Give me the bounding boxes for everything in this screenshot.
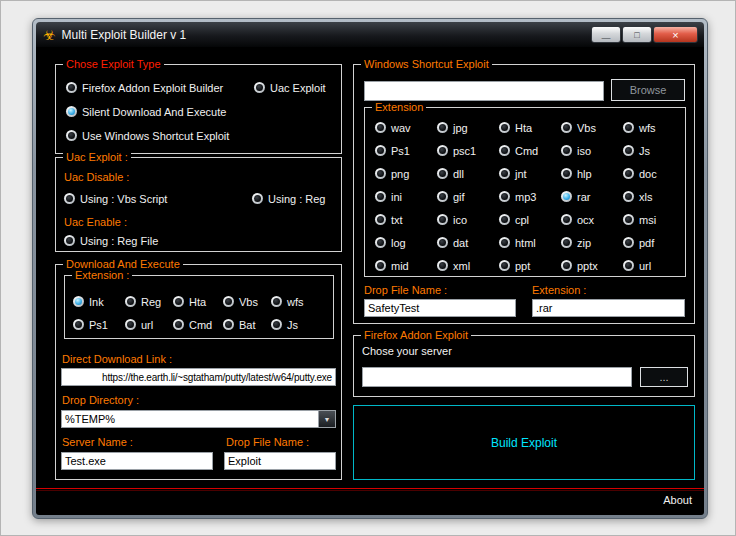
firefox-addon-exploit-group: Firefox Addon Exploit Chose your server … (353, 335, 695, 397)
radio-label: Bat (239, 319, 256, 331)
extension-radio[interactable]: log (375, 236, 437, 249)
radio-label: Cmd (189, 319, 212, 331)
extension-radio[interactable]: ppt (499, 259, 561, 272)
radio-icon (561, 122, 572, 133)
extension-radio[interactable]: msi (623, 213, 685, 226)
radio-icon (125, 319, 136, 330)
extension-radio[interactable]: wav (375, 121, 437, 134)
extension-radio[interactable]: doc (623, 167, 685, 180)
radio-uac-disable-reg[interactable]: Using : Reg (252, 192, 325, 205)
extension-radio[interactable]: Vbs (561, 121, 623, 134)
extension-radio[interactable]: dll (437, 167, 499, 180)
radio-icon (437, 237, 448, 248)
shortcut-extension-label: Extension : (532, 284, 586, 297)
extension-radio[interactable]: txt (375, 213, 437, 226)
shortcut-file-input[interactable] (364, 81, 604, 101)
radio-icon (66, 82, 77, 93)
server-browse-button[interactable]: ... (640, 367, 688, 387)
maximize-button[interactable]: □ (622, 26, 652, 43)
extension-radio[interactable]: Hta (173, 295, 223, 308)
radio-label: Use Windows Shortcut Exploit (82, 130, 229, 142)
extension-radio[interactable]: gif (437, 190, 499, 203)
extension-radio[interactable]: jpg (437, 121, 499, 134)
shortcut-drop-file-name-input[interactable]: SafetyTest (364, 299, 516, 317)
about-link[interactable]: About (663, 494, 692, 506)
radio-use-windows-shortcut-exploit[interactable]: Use Windows Shortcut Exploit (66, 129, 229, 142)
drop-directory-combobox[interactable]: %TEMP% ▼ (61, 410, 336, 428)
server-name-input[interactable]: Test.exe (61, 452, 213, 470)
radio-label: doc (639, 168, 657, 180)
download-and-execute-group: Download And Execute Extension : Ink Reg (55, 264, 342, 480)
extension-radio[interactable]: dat (437, 236, 499, 249)
shortcut-extension-input[interactable]: .rar (532, 299, 685, 317)
radio-icon (73, 296, 84, 307)
radio-icon (499, 237, 510, 248)
extension-radio[interactable]: Reg (125, 295, 173, 308)
extension-radio[interactable]: rar (561, 190, 623, 203)
extension-radio[interactable]: Js (271, 318, 331, 331)
radio-label: zip (577, 237, 591, 249)
extension-radio[interactable]: Ps1 (73, 318, 125, 331)
radio-label: Ink (89, 296, 104, 308)
chevron-down-icon[interactable]: ▼ (318, 411, 335, 427)
extension-radio[interactable]: hlp (561, 167, 623, 180)
radio-label: log (391, 237, 406, 249)
extension-radio[interactable]: Hta (499, 121, 561, 134)
extension-radio[interactable]: Bat (223, 318, 271, 331)
radio-label: Js (639, 145, 650, 157)
radio-label: mp3 (515, 191, 536, 203)
radio-uac-exploit[interactable]: Uac Exploit (254, 81, 326, 94)
extension-radio[interactable]: xls (623, 190, 685, 203)
radio-firefox-addon-exploit-builder[interactable]: Firefox Addon Exploit Builder (66, 81, 254, 94)
extension-radio[interactable]: url (623, 259, 685, 272)
windows-shortcut-exploit-group-title: Windows Shortcut Exploit (361, 58, 492, 71)
extension-radio[interactable]: zip (561, 236, 623, 249)
firefox-server-input[interactable] (362, 367, 632, 387)
exploit-type-group-title: Chose Exploit Type (63, 58, 164, 71)
direct-download-link-input[interactable]: https://the.earth.li/~sgtatham/putty/lat… (61, 368, 336, 386)
extension-radio[interactable]: mp3 (499, 190, 561, 203)
radio-uac-enable-reg-file[interactable]: Using : Reg File (64, 234, 158, 247)
extension-radio[interactable]: Cmd (173, 318, 223, 331)
radio-icon (623, 122, 634, 133)
minimize-button[interactable]: — (591, 26, 621, 43)
radio-label: cpl (515, 214, 529, 226)
extension-radio[interactable]: pptx (561, 259, 623, 272)
extension-radio[interactable]: pdf (623, 236, 685, 249)
extension-radio[interactable]: png (375, 167, 437, 180)
extension-radio[interactable]: url (125, 318, 173, 331)
extension-radio[interactable]: Cmd (499, 144, 561, 157)
extension-radio[interactable]: ico (437, 213, 499, 226)
server-browse-button-label: ... (659, 371, 668, 383)
titlebar[interactable]: ☣ Multi Exploit Builder v 1 — □ × (36, 22, 704, 47)
extension-radio[interactable]: cpl (499, 213, 561, 226)
radio-label: ocx (577, 214, 594, 226)
extension-radio[interactable]: Ps1 (375, 144, 437, 157)
extension-radio[interactable]: ini (375, 190, 437, 203)
browse-button[interactable]: Browse (611, 79, 685, 101)
extension-radio[interactable]: Ink (73, 295, 125, 308)
extension-radio[interactable]: wfs (623, 121, 685, 134)
extension-radio[interactable]: mid (375, 259, 437, 272)
extension-radio[interactable]: psc1 (437, 144, 499, 157)
shortcut-extension-value: .rar (536, 302, 553, 314)
extension-radio[interactable]: ocx (561, 213, 623, 226)
radio-label: Reg (141, 296, 161, 308)
extension-radio[interactable]: html (499, 236, 561, 249)
shortcut-drop-file-name-value: SafetyTest (368, 302, 419, 314)
build-exploit-button[interactable]: Build Exploit (353, 405, 695, 480)
extension-radio[interactable]: iso (561, 144, 623, 157)
extension-radio[interactable]: jnt (499, 167, 561, 180)
radio-label: Ps1 (89, 319, 108, 331)
radio-silent-download-and-execute[interactable]: Silent Download And Execute (66, 105, 226, 118)
firefox-addon-exploit-group-title: Firefox Addon Exploit (361, 329, 471, 342)
radio-uac-disable-vbs-script[interactable]: Using : Vbs Script (64, 192, 252, 205)
close-button[interactable]: × (653, 26, 698, 43)
extension-radio[interactable]: Js (623, 144, 685, 157)
radio-label: psc1 (453, 145, 476, 157)
drop-file-name-input[interactable]: Exploit (224, 452, 336, 470)
shortcut-extension-group-title: Extension (372, 101, 426, 114)
extension-radio[interactable]: wfs (271, 295, 331, 308)
extension-radio[interactable]: Vbs (223, 295, 271, 308)
extension-radio[interactable]: xml (437, 259, 499, 272)
